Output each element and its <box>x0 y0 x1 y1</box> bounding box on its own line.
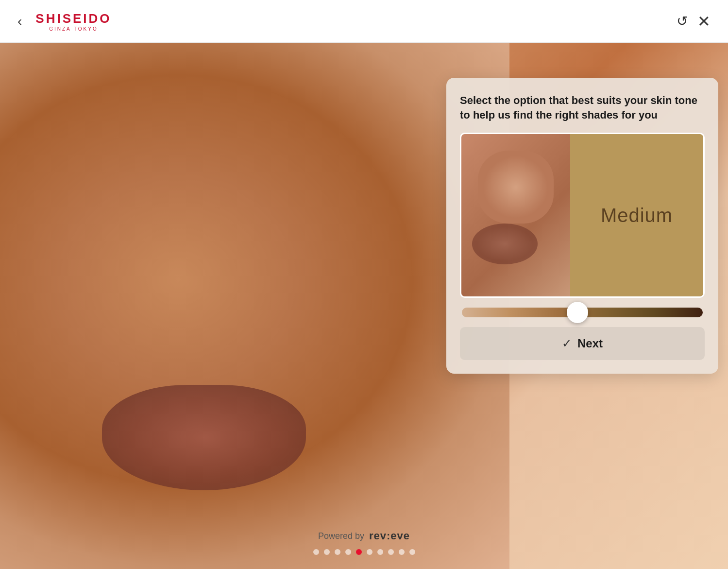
skin-tone-image <box>461 134 570 296</box>
slider-thumb[interactable] <box>567 302 588 323</box>
reset-button[interactable]: ↺ <box>677 13 688 29</box>
skin-tone-label: Medium <box>601 205 673 226</box>
revieve-logo: rev:eve <box>369 530 410 542</box>
slider-track[interactable] <box>462 308 703 317</box>
progress-dot[interactable] <box>399 549 405 555</box>
skin-tone-card[interactable]: Medium <box>460 133 705 298</box>
skin-tone-panel: Select the option that best suits your s… <box>446 78 718 374</box>
progress-dot[interactable] <box>313 549 319 555</box>
header: ‹ SHISEIDO GINZA TOKYO ↺ ✕ <box>0 0 728 43</box>
header-right: ↺ ✕ <box>677 13 711 29</box>
model-face-image <box>0 43 509 569</box>
next-label: Next <box>577 337 603 350</box>
panel-question: Select the option that best suits your s… <box>460 93 705 122</box>
progress-dot[interactable] <box>324 549 330 555</box>
skin-tone-label-area: Medium <box>570 134 703 296</box>
logo-sub-text: GINZA TOKYO <box>49 26 98 32</box>
progress-dot[interactable] <box>345 549 351 555</box>
progress-dot[interactable] <box>409 549 415 555</box>
bottom-bar: Powered by rev:eve <box>0 516 728 569</box>
progress-dots <box>313 549 415 555</box>
logo-main-text: SHISEIDO <box>35 11 111 26</box>
next-button-area[interactable]: ✓ Next <box>460 327 705 360</box>
brand-logo: SHISEIDO GINZA TOKYO <box>35 11 111 32</box>
checkmark-icon: ✓ <box>562 337 572 350</box>
progress-dot[interactable] <box>367 549 372 555</box>
skin-tone-slider-container <box>460 308 705 317</box>
progress-dot[interactable] <box>356 549 362 555</box>
header-left: ‹ SHISEIDO GINZA TOKYO <box>17 11 112 32</box>
powered-by-text: Powered by <box>318 531 364 541</box>
progress-dot[interactable] <box>377 549 383 555</box>
progress-dot[interactable] <box>335 549 340 555</box>
back-button[interactable]: ‹ <box>17 15 22 28</box>
powered-by-area: Powered by rev:eve <box>318 530 410 542</box>
close-button[interactable]: ✕ <box>697 14 711 29</box>
progress-dot[interactable] <box>388 549 394 555</box>
